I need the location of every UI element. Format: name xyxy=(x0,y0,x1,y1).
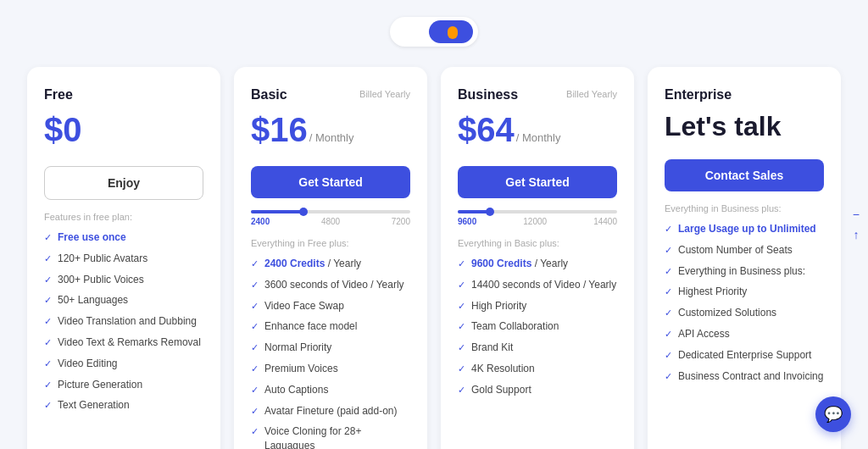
feature-text: Video Face Swap xyxy=(264,299,344,313)
feature-bold: 2400 Credits xyxy=(264,258,325,269)
price-period: / Monthly xyxy=(309,131,354,144)
check-icon: ✓ xyxy=(251,258,259,270)
discount-badge xyxy=(448,26,458,39)
price-amount: $16 xyxy=(251,111,308,148)
feature-text: Voice Cloning for 28+ Laguagues xyxy=(264,424,410,449)
feature-item: ✓4K Resolution xyxy=(458,362,617,376)
billed-label-basic: Billed Yearly xyxy=(359,89,410,99)
monthly-option[interactable] xyxy=(395,27,426,37)
check-icon: ✓ xyxy=(251,341,259,354)
check-icon: ✓ xyxy=(251,384,259,396)
feature-item: ✓Picture Generation xyxy=(44,378,203,392)
check-icon: ✓ xyxy=(665,307,672,319)
yearly-option[interactable] xyxy=(429,20,473,43)
feature-text: Large Usage up to Unlimited xyxy=(678,222,816,236)
feature-text: Team Collaboration xyxy=(471,319,559,334)
price-business: $64/ Monthly xyxy=(458,111,617,149)
plan-name-enterprise: Enterprise xyxy=(665,87,824,103)
feature-item: ✓300+ Public Voices xyxy=(44,273,203,287)
features-header-enterprise: Everything in Business plus: xyxy=(665,203,824,213)
feature-item: ✓Enhance face model xyxy=(251,319,410,334)
feature-text: Gold Support xyxy=(471,383,531,397)
check-icon: ✓ xyxy=(44,399,52,412)
feature-bold: Free use once xyxy=(58,231,126,243)
chat-button[interactable]: 💬 xyxy=(815,396,851,432)
feature-text: Enhance face model xyxy=(264,319,357,334)
features-header-business: Everything in Basic plus: xyxy=(458,238,617,248)
feature-text: Everything in Business plus: xyxy=(678,264,805,279)
feature-text: 3600 seconds of Video / Yearly xyxy=(264,278,404,292)
feature-text: 4K Resolution xyxy=(471,362,535,376)
slider-labels: 240048007200 xyxy=(251,217,410,226)
feature-text: Video Text & Remarks Removal xyxy=(58,335,201,350)
cta-button-basic[interactable]: Get Started xyxy=(251,166,410,198)
scroll-up-icon[interactable]: ↑ xyxy=(853,228,859,241)
feature-text: Custom Number of Seats xyxy=(678,243,793,258)
feature-item: ✓Brand Kit xyxy=(458,341,617,355)
cta-button-business[interactable]: Get Started xyxy=(458,166,617,198)
check-icon: ✓ xyxy=(44,379,52,391)
feature-text: Dedicated Enterprise Support xyxy=(678,348,811,363)
check-icon: ✓ xyxy=(44,252,52,265)
features-header-basic: Everything in Free plus: xyxy=(251,238,410,248)
feature-item: ✓Customized Solutions xyxy=(665,306,824,320)
slider-thumb[interactable] xyxy=(299,208,308,216)
card-basic: BasicBilled Yearly$16/ MonthlyGet Starte… xyxy=(234,67,427,449)
feature-item: ✓Custom Number of Seats xyxy=(665,243,824,258)
features-header-free: Features in free plan: xyxy=(44,212,203,222)
feature-item: ✓Text Generation xyxy=(44,398,203,413)
check-icon: ✓ xyxy=(665,244,672,257)
feature-item: ✓Video Face Swap xyxy=(251,299,410,313)
feature-item: ✓Video Editing xyxy=(44,357,203,371)
slider-label: 12000 xyxy=(523,217,547,226)
slider-basic[interactable]: 240048007200 xyxy=(251,210,410,226)
feature-text: Auto Captions xyxy=(264,383,328,397)
feature-text: API Access xyxy=(678,327,730,341)
price-period: / Monthly xyxy=(516,131,561,144)
slider-business[interactable]: 96001200014400 xyxy=(458,210,617,226)
feature-item: ✓Premium Voices xyxy=(251,362,410,376)
cta-button-enterprise[interactable]: Contact Sales xyxy=(665,159,824,191)
scroll-minus-icon[interactable]: − xyxy=(853,208,860,221)
chat-icon: 💬 xyxy=(824,405,843,424)
feature-text: Video Translation and Dubbing xyxy=(58,314,197,329)
feature-item: ✓120+ Public Avatars xyxy=(44,252,203,266)
check-icon: ✓ xyxy=(251,300,259,313)
enterprise-text: Let's talk xyxy=(665,111,781,141)
feature-item: ✓Auto Captions xyxy=(251,383,410,397)
feature-item: ✓Avatar Fineture (paid add-on) xyxy=(251,404,410,419)
slider-label: 4800 xyxy=(321,217,340,226)
card-business: BusinessBilled Yearly$64/ MonthlyGet Sta… xyxy=(441,67,634,449)
price-amount: $0 xyxy=(44,111,82,148)
feature-item: ✓3600 seconds of Video / Yearly xyxy=(251,278,410,292)
check-icon: ✓ xyxy=(665,349,672,362)
feature-item: ✓Highest Priority xyxy=(665,285,824,299)
feature-item: ✓Voice Cloning for 28+ Laguagues xyxy=(251,424,410,449)
scroll-bar: − ↑ xyxy=(853,208,860,241)
feature-text: Premium Voices xyxy=(264,362,338,376)
slider-track xyxy=(251,210,410,213)
feature-text: 14400 seconds of Video / Yearly xyxy=(471,278,616,292)
feature-item: ✓50+ Languages xyxy=(44,293,203,308)
check-icon: ✓ xyxy=(665,223,672,236)
feature-text: Video Editing xyxy=(58,357,118,371)
check-icon: ✓ xyxy=(458,363,465,375)
check-icon: ✓ xyxy=(251,363,259,375)
feature-item: ✓Everything in Business plus: xyxy=(665,264,824,279)
feature-text: Free use once xyxy=(58,230,126,245)
check-icon: ✓ xyxy=(665,328,672,341)
feature-text: Normal Priority xyxy=(264,341,331,355)
cta-button-free[interactable]: Enjoy xyxy=(44,166,203,200)
slider-thumb[interactable] xyxy=(486,208,494,216)
slider-label: 2400 xyxy=(251,217,270,226)
check-icon: ✓ xyxy=(665,285,672,298)
feature-text: 300+ Public Voices xyxy=(58,273,144,287)
card-free: Free$0EnjoyFeatures in free plan:✓Free u… xyxy=(27,67,220,449)
price-basic: $16/ Monthly xyxy=(251,111,410,149)
check-icon: ✓ xyxy=(44,336,52,349)
feature-item: ✓Gold Support xyxy=(458,383,617,397)
check-icon: ✓ xyxy=(458,300,465,313)
slider-label: 7200 xyxy=(392,217,410,226)
price-enterprise: Let's talk xyxy=(665,111,824,142)
slider-fill xyxy=(458,210,490,213)
